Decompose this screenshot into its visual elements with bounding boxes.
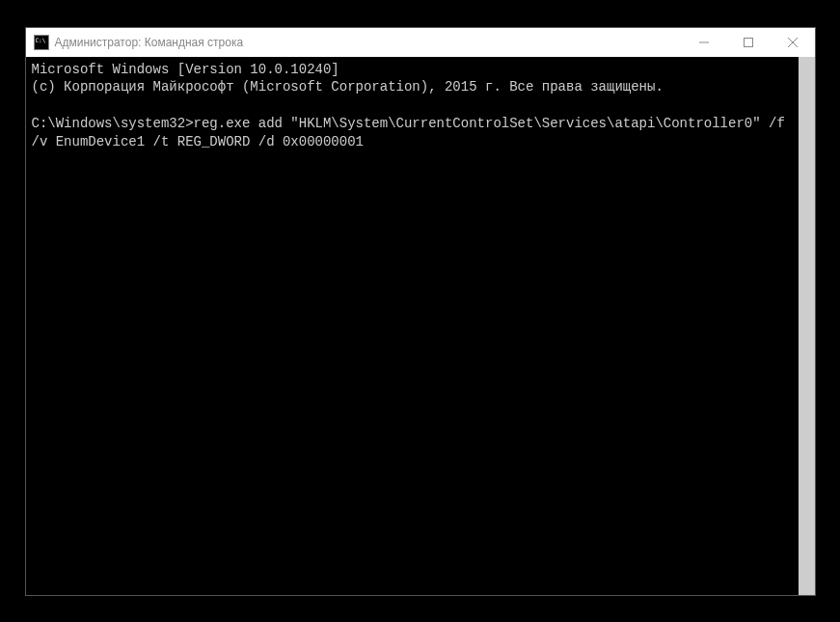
- minimize-button[interactable]: [682, 28, 726, 57]
- content-area: Microsoft Windows [Version 10.0.10240] (…: [26, 57, 815, 595]
- titlebar-left: Администратор: Командная строка: [34, 35, 244, 50]
- cmd-icon: [34, 35, 49, 50]
- vertical-scrollbar[interactable]: [799, 57, 815, 595]
- terminal-line: (c) Корпорация Майкрософт (Microsoft Cor…: [32, 79, 664, 95]
- scrollbar-thumb[interactable]: [799, 57, 815, 595]
- svg-rect-1: [744, 38, 752, 46]
- command-prompt-window: Администратор: Командная строка Microsof…: [25, 27, 816, 596]
- titlebar[interactable]: Администратор: Командная строка: [26, 28, 815, 57]
- window-controls: [682, 28, 815, 57]
- close-button[interactable]: [771, 28, 815, 57]
- terminal-output[interactable]: Microsoft Windows [Version 10.0.10240] (…: [26, 57, 799, 595]
- terminal-prompt-line: C:\Windows\system32>reg.exe add "HKLM\Sy…: [32, 116, 794, 149]
- maximize-button[interactable]: [726, 28, 771, 57]
- terminal-line: Microsoft Windows [Version 10.0.10240]: [32, 62, 339, 77]
- window-title: Администратор: Командная строка: [55, 36, 244, 49]
